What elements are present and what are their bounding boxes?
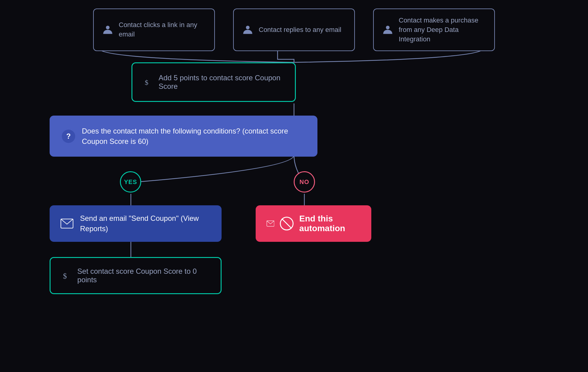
dollar-icon-1: $ xyxy=(143,77,152,87)
svg-text:$: $ xyxy=(145,78,149,86)
svg-point-6 xyxy=(386,26,390,30)
flow-canvas: Contact clicks a link in any email Conta… xyxy=(0,0,588,372)
set-score-node[interactable]: $ Set contact score Coupon Score to 0 po… xyxy=(50,257,222,294)
end-automation-label: End this automation xyxy=(299,214,360,233)
person-icon-2 xyxy=(242,24,253,35)
action-add-points-label: Add 5 points to contact score Coupon Sco… xyxy=(159,74,284,91)
action-add-points-node[interactable]: $ Add 5 points to contact score Coupon S… xyxy=(131,62,296,102)
trigger-node-3[interactable]: Contact makes a purchase from any Deep D… xyxy=(373,9,495,51)
trigger-node-1[interactable]: Contact clicks a link in any email xyxy=(93,9,215,51)
person-icon-1 xyxy=(102,24,113,35)
email-icon-2 xyxy=(267,219,274,228)
trigger-3-label: Contact makes a purchase from any Deep D… xyxy=(399,16,486,44)
question-badge: ? xyxy=(62,130,75,143)
condition-label: Does the contact match the following con… xyxy=(82,126,305,146)
send-email-node[interactable]: Send an email "Send Coupon" (View Report… xyxy=(50,205,222,242)
no-badge: NO xyxy=(294,171,315,193)
set-score-label: Set contact score Coupon Score to 0 poin… xyxy=(77,267,210,284)
connector-lines xyxy=(0,0,588,372)
svg-line-11 xyxy=(282,219,292,228)
yes-badge: YES xyxy=(120,171,141,193)
dollar-icon-2: $ xyxy=(61,271,71,280)
person-icon-3 xyxy=(382,24,393,35)
trigger-1-label: Contact clicks a link in any email xyxy=(119,20,206,39)
trigger-node-2[interactable]: Contact replies to any email xyxy=(233,9,355,51)
end-automation-node[interactable]: End this automation xyxy=(256,205,371,242)
svg-text:$: $ xyxy=(63,272,67,280)
svg-point-4 xyxy=(106,26,110,30)
trigger-row: Contact clicks a link in any email Conta… xyxy=(0,0,588,51)
email-icon-1 xyxy=(61,219,73,228)
ban-icon xyxy=(280,217,294,231)
trigger-2-label: Contact replies to any email xyxy=(259,25,341,35)
send-email-label: Send an email "Send Coupon" (View Report… xyxy=(80,213,211,234)
condition-node[interactable]: ? Does the contact match the following c… xyxy=(50,116,317,157)
svg-point-5 xyxy=(246,26,250,30)
